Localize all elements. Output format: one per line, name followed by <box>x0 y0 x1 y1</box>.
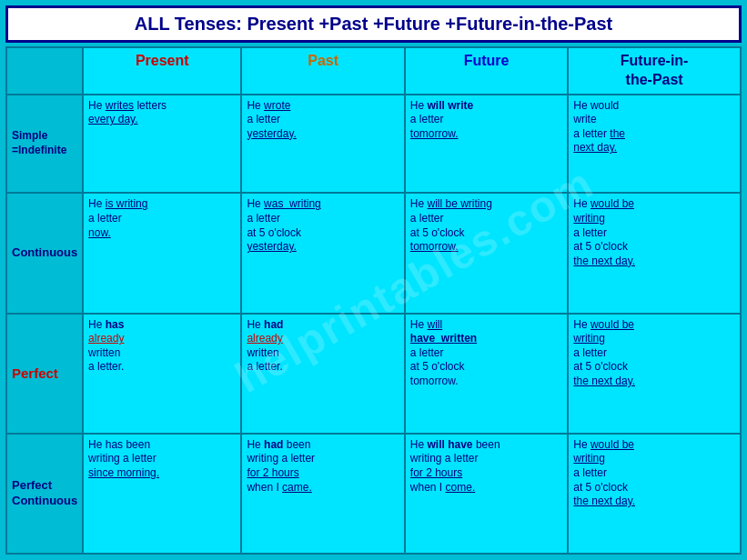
row-perfect-continuous: PerfectContinuous He has beenwriting a l… <box>6 434 741 554</box>
page-wrapper: ALL Tenses: Present +Past +Future +Futur… <box>0 0 747 560</box>
label-perfect: Perfect <box>6 314 83 434</box>
pc-present: He has beenwriting a lettersince morning… <box>83 434 241 554</box>
table-wrapper: Present Past Future Future-in-the-Past <box>5 46 742 555</box>
simple-fip: He wouldwritea letter thenext day. <box>568 95 741 194</box>
simple-past: He wrotea letteryesterday. <box>241 95 404 194</box>
continuous-fip: He would bewritinga letterat 5 o'clockth… <box>568 193 741 313</box>
fip-label: Future-in-the-Past <box>621 53 689 87</box>
row-perfect: Perfect He hasalreadywrittena letter. He… <box>6 314 741 434</box>
continuous-future: He will be writinga letterat 5 o'clockto… <box>405 193 568 313</box>
continuous-past: He was writinga letterat 5 o'clockyester… <box>241 193 404 313</box>
future-label: Future <box>464 53 510 68</box>
present-label: Present <box>136 53 189 68</box>
continuous-present: He is writinga letternow. <box>83 193 241 313</box>
simple-future: He will writea lettertomorrow. <box>405 95 568 194</box>
pc-fip: He would bewritinga letterat 5 o'clockth… <box>568 434 741 554</box>
perfect-past: He hadalreadywrittena letter. <box>241 314 404 434</box>
label-simple: Simple=Indefinite <box>6 95 83 194</box>
row-simple: Simple=Indefinite He writes lettersevery… <box>6 95 741 194</box>
row-continuous: Continuous He is writinga letternow. He … <box>6 193 741 313</box>
label-continuous: Continuous <box>6 193 83 313</box>
tenses-table: Present Past Future Future-in-the-Past <box>5 46 742 555</box>
past-label: Past <box>308 53 338 68</box>
title-text: ALL Tenses: Present +Past +Future +Futur… <box>135 14 613 34</box>
simple-present: He writes lettersevery day. <box>83 95 241 194</box>
header-past: Past <box>241 47 404 95</box>
pc-past: He had beenwriting a letterfor 2 hourswh… <box>241 434 404 554</box>
page-title: ALL Tenses: Present +Past +Future +Futur… <box>5 5 742 43</box>
header-fip: Future-in-the-Past <box>568 47 741 95</box>
pc-future: He will have beenwriting a letterfor 2 h… <box>405 434 568 554</box>
perfect-fip: He would bewritinga letterat 5 o'clockth… <box>568 314 741 434</box>
header-present: Present <box>83 47 241 95</box>
header-future: Future <box>405 47 568 95</box>
perfect-future: He willhave writtena letterat 5 o'clockt… <box>405 314 568 434</box>
label-perfect-continuous: PerfectContinuous <box>6 434 83 554</box>
perfect-present: He hasalreadywrittena letter. <box>83 314 241 434</box>
header-empty <box>6 47 83 95</box>
